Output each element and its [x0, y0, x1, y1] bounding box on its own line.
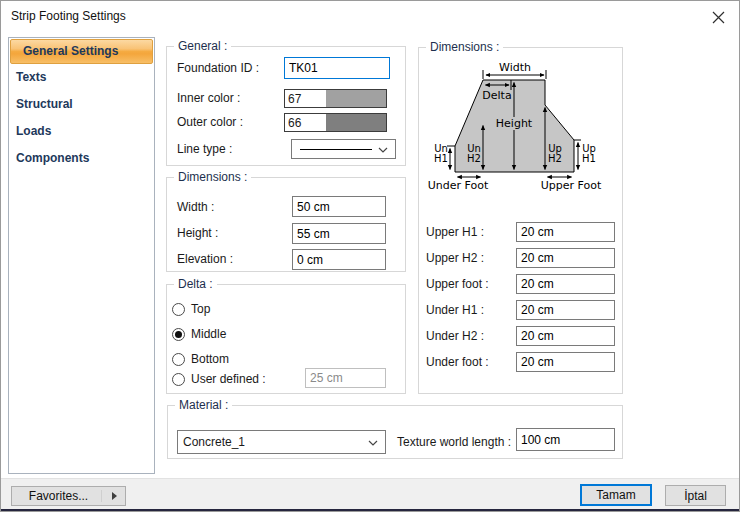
- elevation-label: Elevation :: [177, 252, 233, 266]
- delta-option-user-defined-label: User defined :: [191, 372, 266, 386]
- diagram-height-label: Height: [496, 117, 533, 130]
- chevron-down-icon: [378, 142, 388, 156]
- ok-button[interactable]: Tamam: [580, 484, 652, 506]
- upper-h1-input[interactable]: [516, 222, 615, 242]
- delta-group: Delta : Top Middle Bottom User defined :: [166, 284, 406, 394]
- texture-world-length-input[interactable]: [516, 428, 615, 451]
- under-h1-label: Under H1 :: [426, 303, 484, 317]
- diagram-under-foot-label: Under Foot: [428, 179, 489, 192]
- outer-color-label: Outer color :: [177, 115, 243, 129]
- favorites-button[interactable]: Favorites...: [11, 486, 126, 506]
- window-bottom-border: [1, 509, 739, 511]
- radio-middle[interactable]: [172, 328, 185, 341]
- nav-item-loads[interactable]: Loads: [9, 118, 154, 145]
- nav-item-general-settings[interactable]: General Settings: [10, 39, 153, 64]
- diagram-upper-foot-label: Upper Foot: [541, 179, 602, 192]
- height-label: Height :: [177, 226, 218, 240]
- foundation-id-input[interactable]: [284, 57, 390, 79]
- under-h2-input[interactable]: [516, 326, 615, 346]
- under-h1-input[interactable]: [516, 300, 615, 320]
- delta-option-bottom-label: Bottom: [191, 352, 229, 366]
- diagram-un-h2-label-2: H2: [467, 153, 481, 164]
- inner-color-field[interactable]: 67: [284, 89, 387, 108]
- delta-option-top-label: Top: [191, 302, 210, 316]
- line-type-label: Line type :: [177, 142, 232, 156]
- line-type-select[interactable]: [291, 139, 396, 159]
- delta-option-middle[interactable]: Middle: [172, 327, 226, 341]
- upper-h1-label: Upper H1 :: [426, 225, 484, 239]
- favorites-separator: [101, 490, 102, 502]
- close-button[interactable]: [703, 5, 733, 29]
- menu-arrow-icon: [112, 492, 117, 500]
- outer-color-swatch: [326, 114, 386, 131]
- window-title: Strip Footing Settings: [11, 9, 126, 23]
- nav-item-structural[interactable]: Structural: [9, 91, 154, 118]
- nav-item-texts[interactable]: Texts: [9, 64, 154, 91]
- upper-foot-label: Upper foot :: [426, 277, 489, 291]
- dimensions-group: Dimensions : Width : Height : Elevation …: [166, 177, 406, 272]
- width-label: Width :: [177, 200, 214, 214]
- delta-group-title: Delta :: [174, 277, 217, 291]
- footing-diagram: Width Delta Height Un H2 Un H1 Up H2 Up …: [427, 58, 627, 196]
- elevation-input[interactable]: [292, 249, 386, 270]
- inner-color-label: Inner color :: [177, 91, 240, 105]
- diagram-delta-label: Delta: [482, 89, 511, 102]
- cancel-button-label: İptal: [684, 489, 707, 503]
- diagram-width-label: Width: [499, 61, 531, 74]
- under-foot-input[interactable]: [516, 352, 615, 372]
- material-group-title: Material :: [175, 398, 232, 412]
- under-foot-label: Under foot :: [426, 355, 489, 369]
- cancel-button[interactable]: İptal: [665, 485, 726, 506]
- radio-bottom[interactable]: [172, 353, 185, 366]
- diagram-un-h1-label-2: H1: [434, 153, 448, 164]
- under-h2-label: Under H2 :: [426, 329, 484, 343]
- inner-color-value: 67: [285, 90, 326, 107]
- delta-option-bottom[interactable]: Bottom: [172, 352, 229, 366]
- texture-world-length-label: Texture world length :: [397, 435, 511, 449]
- general-group: General : Foundation ID : Inner color : …: [166, 46, 406, 166]
- footing-dimensions-group-title: Dimensions :: [426, 40, 503, 54]
- outer-color-value: 66: [285, 114, 326, 131]
- close-icon: [712, 11, 725, 24]
- general-group-title: General :: [174, 39, 231, 53]
- footing-dimensions-group: Dimensions :: [418, 47, 623, 394]
- ok-button-label: Tamam: [596, 488, 635, 502]
- upper-h2-input[interactable]: [516, 248, 615, 268]
- delta-option-user-defined[interactable]: User defined :: [172, 372, 266, 386]
- chevron-down-icon: [368, 435, 378, 449]
- diagram-up-h2-label-2: H2: [548, 153, 562, 164]
- strip-footing-settings-dialog: Strip Footing Settings General Settings …: [0, 0, 740, 512]
- foundation-id-label: Foundation ID :: [177, 61, 259, 75]
- delta-option-middle-label: Middle: [191, 327, 226, 341]
- favorites-button-label: Favorites...: [29, 489, 88, 503]
- diagram-up-h1-label-2: H1: [582, 153, 596, 164]
- width-input[interactable]: [292, 196, 386, 217]
- radio-user-defined[interactable]: [172, 373, 185, 386]
- delta-option-top[interactable]: Top: [172, 302, 210, 316]
- outer-color-field[interactable]: 66: [284, 113, 387, 132]
- nav-item-components[interactable]: Components: [9, 145, 154, 172]
- dimensions-group-title: Dimensions :: [174, 170, 251, 184]
- height-input[interactable]: [292, 223, 386, 244]
- upper-h2-label: Upper H2 :: [426, 251, 484, 265]
- solid-line-glyph: [300, 149, 372, 150]
- upper-foot-input[interactable]: [516, 274, 615, 294]
- dialog-footer: Favorites... Tamam İptal: [1, 478, 739, 509]
- material-select-value: Concrete_1: [183, 435, 245, 449]
- radio-top[interactable]: [172, 303, 185, 316]
- material-group: Material : Concrete_1 Texture world leng…: [167, 405, 623, 459]
- user-defined-input[interactable]: [305, 368, 386, 388]
- inner-color-swatch: [326, 90, 386, 107]
- settings-nav: General Settings Texts Structural Loads …: [8, 37, 155, 474]
- material-select[interactable]: Concrete_1: [177, 430, 386, 454]
